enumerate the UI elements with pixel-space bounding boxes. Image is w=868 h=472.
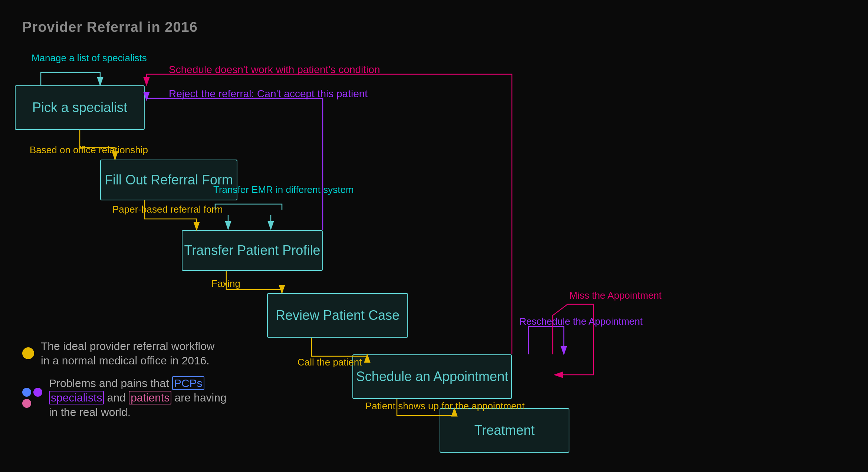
legend: The ideal provider referral workflow in … [22, 339, 234, 427]
legend-purple-dot [33, 388, 42, 397]
schedule-appointment-box: Schedule an Appointment [352, 354, 512, 399]
manage-list-label: Manage a list of specialists [32, 52, 147, 65]
schedule-doesnt-work-label: Schedule doesn't work with patient's con… [169, 63, 380, 76]
transfer-patient-box: Transfer Patient Profile [182, 230, 323, 271]
pick-specialist-box: Pick a specialist [15, 85, 145, 130]
treatment-box: Treatment [440, 408, 569, 453]
page-title: Provider Referral in 2016 [22, 19, 198, 35]
call-patient-label: Call the patient [297, 356, 362, 369]
patients-highlight: patients [129, 391, 171, 404]
paper-based-label: Paper-based referral form [112, 203, 223, 216]
legend-problems: Problems and pains that PCPs specialists… [22, 376, 234, 419]
legend-blue-dot [22, 388, 31, 397]
miss-appointment-label: Miss the Appointment [569, 289, 662, 302]
legend-problems-text: Problems and pains that PCPs specialists… [49, 376, 234, 419]
faxing-label: Faxing [211, 278, 240, 290]
legend-pink-dot [22, 399, 31, 408]
legend-ideal: The ideal provider referral workflow in … [22, 339, 234, 368]
legend-dots-group [22, 388, 42, 408]
legend-ideal-text: The ideal provider referral workflow in … [41, 339, 226, 368]
based-on-office-label: Based on office relationship [30, 144, 148, 157]
dot-row-1 [22, 388, 42, 397]
reschedule-label: Reschedule the Appointment [519, 315, 642, 328]
reject-referral-label: Reject the referral: Can't accept this p… [169, 87, 368, 101]
review-patient-box: Review Patient Case [267, 293, 408, 338]
pcps-highlight: PCPs [172, 376, 204, 390]
patient-shows-up-label: Patient shows up for the appointment [365, 400, 525, 413]
transfer-emr-label: Transfer EMR in different system [213, 184, 354, 196]
legend-yellow-dot [22, 347, 34, 359]
dot-row-2 [22, 399, 31, 408]
specialists-highlight: specialists [49, 391, 104, 404]
